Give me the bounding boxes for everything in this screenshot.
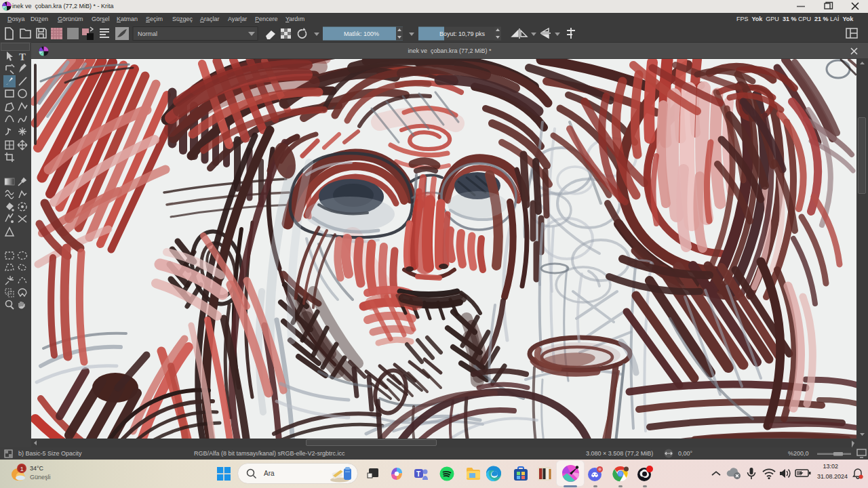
svg-text:Normal: Normal [138,30,157,37]
svg-text:1: 1 [20,466,24,472]
svg-text:T: T [19,52,26,62]
svg-text:Boyut: 10,79 pks: Boyut: 10,79 pks [439,30,486,37]
svg-text:Matlık: 100%: Matlık: 100% [344,30,379,37]
svg-text:T: T [416,470,420,478]
